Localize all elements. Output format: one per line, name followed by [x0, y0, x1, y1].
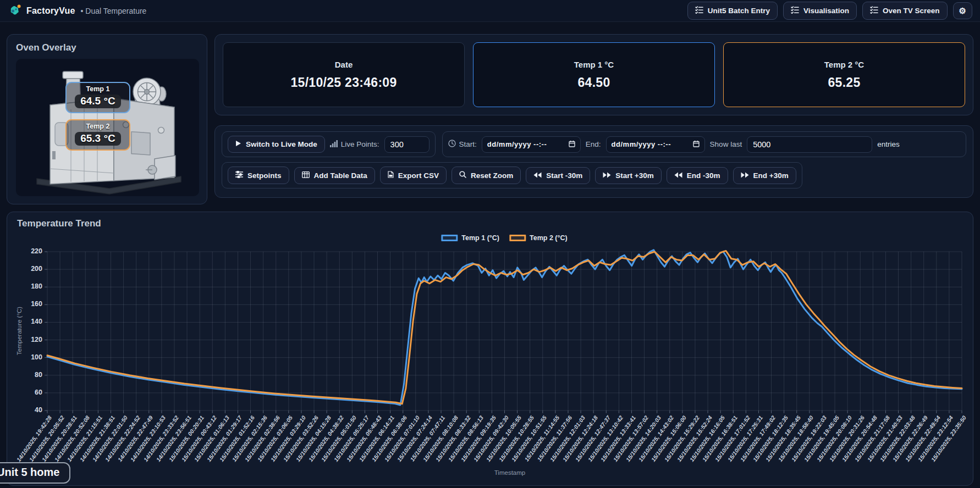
temp1-legend-label: Temp 1 (°C) [461, 234, 499, 242]
clock-icon [448, 140, 456, 149]
temp2-probe-label: Temp 2 [86, 123, 110, 130]
x-axis-title: Timestamp [466, 469, 554, 476]
date-card: Date 15/10/25 23:46:09 [223, 42, 465, 107]
sliders-icon [235, 171, 243, 180]
y-tick-label: 140 [7, 318, 42, 325]
page-title: • Dual Temperature [81, 7, 147, 15]
nav-button-label: Oven TV Screen [883, 7, 940, 15]
app-brand: FactoryVue [26, 6, 75, 16]
controls-panel: Switch to Live Mode Live Points: Start: … [214, 125, 973, 198]
date-card-value: 15/10/25 23:46:09 [290, 75, 397, 90]
unit5-home-button[interactable]: Unit 5 home [0, 462, 70, 484]
entries-label: entries [877, 140, 900, 148]
end-datetime-input[interactable]: dd/mm/yyyy --:-- [606, 136, 705, 153]
calendar-icon[interactable] [569, 140, 575, 149]
end-minus-30m-button[interactable]: End -30m [667, 167, 728, 184]
y-tick-label: 220 [7, 247, 42, 255]
temp1-card-value: 64.50 [577, 75, 610, 90]
start-plus-30m-button[interactable]: Start +30m [595, 167, 661, 184]
legend-item-temp1[interactable]: Temp 1 (°C) [441, 234, 499, 242]
y-tick-label: 100 [7, 353, 42, 361]
list-check-icon [870, 6, 878, 15]
y-tick-label: 40 [7, 406, 42, 414]
list-check-icon [791, 6, 799, 15]
nav-button-label: Unit5 Batch Entry [708, 7, 770, 15]
live-points-label: Live Points: [330, 140, 379, 149]
temp2-legend-label: Temp 2 (°C) [530, 234, 568, 242]
end-datetime-placeholder: dd/mm/yyyy --:-- [612, 140, 671, 148]
list-check-icon [695, 6, 703, 15]
play-icon [235, 140, 241, 148]
y-tick-label: 200 [7, 265, 42, 273]
navbar-actions: Unit5 Batch Entry Visualisation Oven TV … [687, 2, 972, 20]
time-range-group: Start: dd/mm/yyyy --:-- End: dd/mm/yyyy … [442, 131, 966, 157]
oven-stage: Temp 1 64.5 °C Temp 2 65.3 °C [16, 59, 199, 196]
temp1-card-label: Temp 1 °C [574, 60, 614, 69]
magnifier-icon [459, 171, 466, 180]
temp2-probe-value: 65.3 °C [75, 132, 121, 146]
top-navbar: FactoryVue • Dual Temperature Unit5 Batc… [0, 0, 980, 22]
calendar-icon[interactable] [693, 140, 700, 149]
table-icon [302, 171, 310, 180]
chart-title: Temperature Trend [17, 218, 101, 229]
temp1-legend-swatch [441, 235, 458, 241]
date-card-label: Date [335, 60, 353, 69]
plot-area[interactable] [47, 252, 962, 411]
trend-plot [47, 252, 962, 411]
start-minus-30m-button[interactable]: Start -30m [526, 167, 590, 184]
nav-visualisation-button[interactable]: Visualisation [783, 2, 857, 20]
temp2-card-value: 65.25 [828, 75, 860, 90]
settings-button[interactable]: ⚙ [953, 2, 972, 19]
setpoints-button[interactable]: Setpoints [228, 167, 289, 184]
app-logo-icon [8, 4, 21, 18]
rewind-icon [674, 171, 682, 180]
y-tick-label: 120 [7, 336, 42, 343]
nav-oven-tv-screen-button[interactable]: Oven TV Screen [862, 2, 948, 20]
temp1-probe-value: 64.5 °C [75, 95, 121, 108]
controls-row-2: Setpoints Add Table Data Export CSV Rese… [222, 162, 966, 188]
y-tick-label: 80 [7, 371, 42, 379]
oven-overlay-title: Oven Overlay [16, 42, 198, 53]
legend-item-temp2[interactable]: Temp 2 (°C) [509, 234, 568, 242]
temp2-card[interactable]: Temp 2 °C 65.25 [723, 42, 965, 107]
start-datetime-placeholder: dd/mm/yyyy --:-- [487, 140, 547, 148]
show-last-input[interactable] [747, 136, 872, 153]
y-axis-title: Temperature (°C) [16, 276, 26, 386]
chart-legend: Temp 1 (°C) Temp 2 (°C) [441, 234, 567, 242]
oven-overlay-panel: Oven Overlay [7, 34, 207, 204]
show-last-label: Show last [710, 140, 742, 148]
start-label: Start: [448, 140, 477, 149]
stat-cards-panel: Date 15/10/25 23:46:09 Temp 1 °C 64.50 T… [214, 34, 973, 115]
rewind-icon [533, 171, 542, 180]
file-csv-icon [388, 171, 394, 180]
fast-forward-icon [603, 171, 611, 180]
end-label: End: [586, 140, 601, 148]
temp2-card-label: Temp 2 °C [824, 60, 864, 69]
temp2-probe-badge[interactable]: Temp 2 65.3 °C [65, 119, 130, 151]
live-mode-group: Switch to Live Mode Live Points: [222, 131, 436, 157]
bars-icon [330, 140, 338, 149]
nav-unit5-batch-entry-button[interactable]: Unit5 Batch Entry [687, 2, 778, 20]
temperature-trend-panel: Temperature Trend Temp 1 (°C) Temp 2 (°C… [7, 212, 973, 486]
reset-zoom-button[interactable]: Reset Zoom [452, 167, 521, 184]
chart-actions-group: Setpoints Add Table Data Export CSV Rese… [222, 162, 802, 188]
temp1-probe-label: Temp 1 [86, 85, 110, 93]
add-table-data-button[interactable]: Add Table Data [294, 167, 375, 184]
y-tick-label: 60 [7, 389, 42, 396]
y-tick-label: 180 [7, 282, 42, 290]
switch-live-mode-button[interactable]: Switch to Live Mode [228, 136, 325, 153]
nav-button-label: Visualisation [803, 7, 849, 15]
switch-live-mode-label: Switch to Live Mode [246, 140, 317, 148]
export-csv-button[interactable]: Export CSV [380, 167, 447, 184]
fast-forward-icon [741, 171, 749, 180]
live-points-input[interactable] [384, 136, 430, 153]
gear-icon: ⚙ [959, 7, 966, 15]
temp1-probe-badge[interactable]: Temp 1 64.5 °C [65, 82, 130, 113]
controls-row-1: Switch to Live Mode Live Points: Start: … [222, 131, 966, 157]
start-datetime-input[interactable]: dd/mm/yyyy --:-- [482, 136, 581, 153]
y-tick-label: 160 [7, 300, 42, 308]
end-plus-30m-button[interactable]: End +30m [733, 167, 796, 184]
temp2-legend-swatch [509, 235, 526, 241]
temp1-card[interactable]: Temp 1 °C 64.50 [473, 42, 715, 107]
